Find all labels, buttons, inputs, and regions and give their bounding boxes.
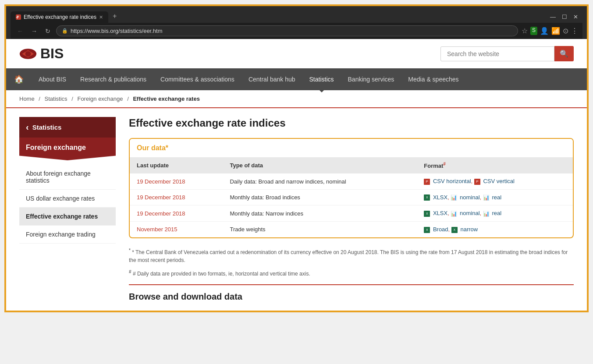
chart-icon-3: 📊	[451, 211, 457, 217]
active-browser-tab[interactable]: + Effective exchange rate indices ✕	[11, 11, 108, 23]
reload-button[interactable]: ↻	[43, 27, 53, 35]
data-table: Last update Type of data Format#	[130, 157, 573, 237]
content-divider	[129, 284, 574, 285]
address-bar[interactable]: 🔒 https://www.bis.org/statistics/eer.htm	[56, 25, 518, 36]
tab-close-button[interactable]: ✕	[99, 14, 103, 20]
col-header-last-update: Last update	[130, 157, 223, 173]
url-text: https://www.bis.org/statistics/eer.htm	[71, 28, 163, 34]
csv-vertical-link[interactable]: CSV vertical	[483, 178, 515, 184]
nav-item-banking-services[interactable]: Banking services	[341, 70, 401, 89]
footnote-hash: # # Daily data are provided in two forma…	[129, 269, 574, 278]
xlsx-icon-4: X	[451, 227, 458, 233]
csv-horizontal-link[interactable]: CSV horizontal	[433, 178, 471, 184]
narrow-link[interactable]: narrow	[460, 226, 478, 233]
logo-text: BIS	[40, 46, 64, 62]
type-cell: Monthly data: Broad indices	[223, 189, 417, 205]
nav-item-committees[interactable]: Committees & associations	[153, 70, 241, 89]
data-box: Our data* Last update Type of data	[129, 138, 574, 238]
search-area: 🔍	[440, 46, 574, 61]
menu-icon[interactable]: ⋮	[571, 27, 578, 35]
sidebar-item-about-fx[interactable]: About foreign exchange statistics	[19, 165, 116, 190]
real-link-1[interactable]: real	[492, 194, 501, 201]
table-row: 19 December 2018 Monthly data: Narrow in…	[130, 205, 573, 222]
forward-button[interactable]: →	[29, 27, 39, 35]
xlsx-icon-2: X	[424, 211, 430, 217]
sidebar-back-label: Statistics	[32, 124, 62, 131]
profile-icon[interactable]: 👤	[540, 27, 549, 35]
date-cell: 19 December 2018	[130, 189, 223, 205]
account-circle-icon[interactable]: ⊙	[563, 27, 568, 35]
close-window-button[interactable]: ✕	[573, 14, 578, 20]
new-tab-button[interactable]: +	[108, 10, 121, 23]
real-link-2[interactable]: real	[492, 210, 501, 216]
data-box-header: Our data*	[130, 139, 573, 157]
nav-item-statistics[interactable]: Statistics	[302, 70, 341, 89]
nav-item-media-speeches[interactable]: Media & speeches	[401, 70, 465, 89]
extensions-icon[interactable]: S	[530, 27, 537, 35]
maximize-button[interactable]: ☐	[562, 14, 567, 20]
format-cell: X Broad, X narrow	[417, 222, 573, 237]
table-row: 19 December 2018 Monthly data: Broad ind…	[130, 189, 573, 205]
xlsx-link-2[interactable]: XLSX	[433, 210, 447, 216]
sidebar-back-button[interactable]: Statistics	[19, 117, 116, 138]
sidebar-menu: About foreign exchange statistics US dol…	[19, 165, 116, 244]
browse-section-title: Browse and download data	[129, 292, 574, 302]
sidebar-item-usd-rates[interactable]: US dollar exchange rates	[19, 190, 116, 208]
xlsx-icon: X	[424, 194, 430, 201]
footnote-star: * * The Central Bank of Venezuela carrie…	[129, 247, 574, 264]
sidebar-item-effective-rates[interactable]: Effective exchange rates	[19, 208, 116, 226]
back-button[interactable]: ←	[15, 27, 25, 35]
type-cell: Daily data: Broad and narrow indices, no…	[223, 173, 417, 189]
svg-point-4	[25, 51, 31, 57]
table-row: November 2015 Trade weights X Broad, X n…	[130, 222, 573, 237]
nav-home-button[interactable]: 🏠	[6, 68, 32, 90]
nav-item-central-bank-hub[interactable]: Central bank hub	[241, 70, 302, 89]
pdf-icon: P	[424, 179, 430, 185]
sidebar-active-section: Foreign exchange	[19, 138, 116, 160]
breadcrumb-statistics[interactable]: Statistics	[45, 95, 67, 102]
lock-icon: 🔒	[62, 28, 68, 34]
bookmark-icon[interactable]: ☆	[522, 27, 528, 35]
bis-logo-icon	[19, 48, 37, 60]
format-cell: X XLSX, 📊 nominal, 📊 real	[417, 205, 573, 222]
chart-icon: 📊	[451, 194, 457, 201]
breadcrumb: Home / Statistics / Foreign exchange / E…	[6, 90, 587, 108]
tab-title: Effective exchange rate indices	[24, 14, 96, 20]
search-icon: 🔍	[560, 50, 568, 57]
breadcrumb-foreign-exchange[interactable]: Foreign exchange	[77, 95, 123, 102]
col-header-type: Type of data	[223, 157, 417, 173]
date-cell: 19 December 2018	[130, 205, 223, 222]
main-layout: Statistics Foreign exchange About foreig…	[6, 108, 587, 311]
col-header-format: Format#	[417, 157, 573, 173]
xlsx-link-1[interactable]: XLSX	[433, 194, 447, 201]
nav-item-research[interactable]: Research & publications	[73, 70, 153, 89]
sidebar: Statistics Foreign exchange About foreig…	[19, 117, 116, 302]
site-header: BIS 🔍	[6, 39, 587, 68]
chart-icon-2: 📊	[483, 194, 489, 201]
type-cell: Trade weights	[223, 222, 417, 237]
nav-item-about-bis[interactable]: About BIS	[32, 70, 73, 89]
broad-link[interactable]: Broad	[433, 226, 448, 233]
signal-icon: 📶	[551, 27, 560, 35]
breadcrumb-home[interactable]: Home	[19, 95, 35, 102]
logo-area[interactable]: BIS	[19, 46, 64, 62]
format-cell: X XLSX, 📊 nominal, 📊 real	[417, 189, 573, 205]
minimize-button[interactable]: —	[550, 14, 556, 20]
breadcrumb-current: Effective exchange rates	[133, 95, 199, 102]
sidebar-item-fx-trading[interactable]: Foreign exchange trading	[19, 226, 116, 244]
date-cell: 19 December 2018	[130, 173, 223, 189]
search-button[interactable]: 🔍	[554, 46, 574, 61]
nominal-link-1[interactable]: nominal	[460, 194, 480, 201]
format-cell: P CSV horizontal, P CSV vertical	[417, 173, 573, 189]
main-content: Effective exchange rate indices Our data…	[129, 117, 574, 302]
search-input[interactable]	[440, 46, 554, 61]
table-row: 19 December 2018 Daily data: Broad and n…	[130, 173, 573, 189]
xlsx-icon-3: X	[424, 227, 430, 233]
type-cell: Monthly data: Narrow indices	[223, 205, 417, 222]
pdf-icon-2: P	[474, 179, 480, 185]
date-cell: November 2015	[130, 222, 223, 237]
nominal-link-2[interactable]: nominal	[460, 210, 480, 216]
tab-favicon: +	[16, 14, 21, 20]
page-title: Effective exchange rate indices	[129, 117, 574, 129]
main-nav: 🏠 About BIS Research & publications Comm…	[6, 68, 587, 90]
